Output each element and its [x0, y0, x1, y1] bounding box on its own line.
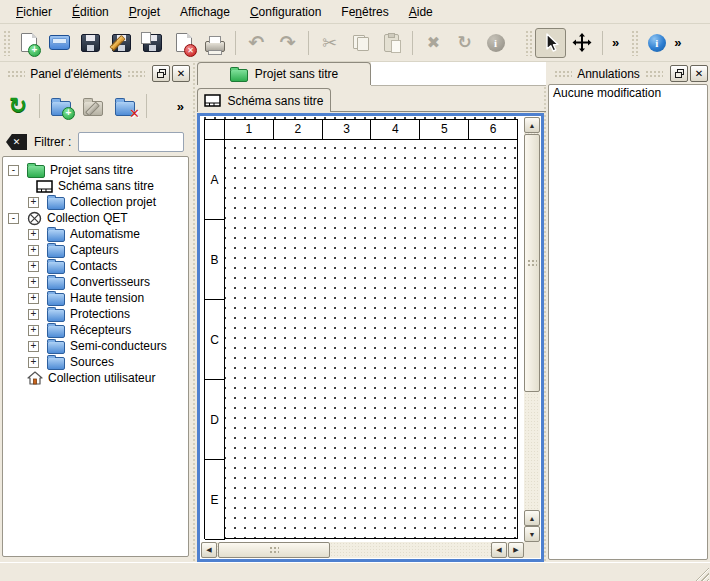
- panel-overflow-button[interactable]: »: [177, 99, 184, 114]
- diagram-title-frame: 1 2 3 4 5 6 A B C D E: [204, 119, 518, 539]
- scroll-up-button[interactable]: ▲: [524, 510, 540, 526]
- scroll-up-button[interactable]: ▲: [524, 117, 540, 133]
- tab-schema-sans-titre[interactable]: Schéma sans titre: [197, 88, 331, 112]
- expand-expander[interactable]: +: [28, 277, 39, 288]
- save-button[interactable]: [75, 28, 106, 58]
- schematic-canvas[interactable]: 1 2 3 4 5 6 A B C D E: [201, 117, 540, 558]
- menu-fenetres[interactable]: Fenêtres: [331, 2, 398, 22]
- tree-item-capteurs[interactable]: + Capteurs: [3, 242, 188, 258]
- new-category-button[interactable]: +: [45, 90, 77, 122]
- menu-configuration[interactable]: Configuration: [240, 2, 331, 22]
- tree-item-collection-qet[interactable]: - Collection QET: [3, 210, 188, 226]
- tab-projet-sans-titre[interactable]: Projet sans titre: [197, 62, 371, 85]
- expand-expander[interactable]: +: [28, 261, 39, 272]
- undo-list-item[interactable]: Aucune modification: [549, 85, 707, 102]
- horizontal-scrollbar-thumb[interactable]: [218, 542, 330, 558]
- expand-expander[interactable]: +: [28, 229, 39, 240]
- tree-item-projet-sans-titre[interactable]: - Projet sans titre: [3, 162, 188, 178]
- print-button[interactable]: [199, 28, 230, 58]
- tree-item-collection-projet[interactable]: + Collection projet: [3, 194, 188, 210]
- undo-panel-titlebar[interactable]: Annulations ✕: [549, 64, 708, 83]
- close-panel-button[interactable]: ✕: [172, 65, 190, 82]
- float-panel-button[interactable]: [152, 65, 170, 82]
- cut-button[interactable]: ✂: [314, 28, 345, 58]
- tree-item-protections[interactable]: + Protections: [3, 306, 188, 322]
- thumb-grip: [527, 259, 537, 267]
- expand-expander[interactable]: +: [28, 197, 39, 208]
- elements-panel-titlebar[interactable]: Panel d'éléments ✕: [2, 64, 190, 83]
- open-button[interactable]: [44, 28, 75, 58]
- close-badge-icon: ✕: [184, 44, 197, 57]
- tree-item-sources[interactable]: + Sources: [3, 354, 188, 370]
- close-panel-button[interactable]: ✕: [690, 65, 708, 82]
- expand-expander[interactable]: +: [28, 309, 39, 320]
- move-tool-button[interactable]: [566, 28, 597, 58]
- expand-expander[interactable]: +: [28, 357, 39, 368]
- folder-icon: [47, 227, 65, 242]
- save-all-button[interactable]: [137, 28, 168, 58]
- toolbar-handle[interactable]: [525, 30, 532, 56]
- menu-projet[interactable]: Projet: [119, 2, 170, 22]
- folder-icon: [47, 275, 65, 290]
- filter-input[interactable]: [78, 132, 184, 152]
- expand-expander[interactable]: +: [28, 245, 39, 256]
- refresh-icon: ↻: [9, 93, 27, 119]
- edit-category-button[interactable]: [77, 90, 109, 122]
- tree-item-collection-utilisateur[interactable]: Collection utilisateur: [3, 370, 188, 386]
- tree-item-recepteurs[interactable]: + Récepteurs: [3, 322, 188, 338]
- collapse-expander[interactable]: -: [8, 213, 19, 224]
- paste-icon: [384, 34, 399, 52]
- expand-expander[interactable]: +: [28, 341, 39, 352]
- column-label: 3: [323, 120, 372, 140]
- paste-button[interactable]: [376, 28, 407, 58]
- float-panel-button[interactable]: [670, 65, 688, 82]
- close-file-button[interactable]: ✕: [168, 28, 199, 58]
- save-icon: [81, 34, 100, 52]
- delete-category-button[interactable]: ✕: [109, 90, 141, 122]
- menu-fichier[interactable]: Fichier: [6, 2, 62, 22]
- delete-icon: ✖: [427, 33, 440, 52]
- scroll-down-button[interactable]: ▼: [524, 526, 540, 542]
- scroll-right-button[interactable]: ▶: [508, 542, 524, 558]
- menu-aide[interactable]: Aide: [399, 2, 443, 22]
- vertical-scrollbar-thumb[interactable]: [524, 134, 540, 392]
- toolbar-separator: [39, 94, 40, 118]
- tree-item-automatisme[interactable]: + Automatisme: [3, 226, 188, 242]
- menu-affichage[interactable]: Affichage: [170, 2, 240, 22]
- element-info-button[interactable]: i: [480, 28, 511, 58]
- tree-item-semi-conducteurs[interactable]: + Semi-conducteurs: [3, 338, 188, 354]
- redo-button[interactable]: ↷: [272, 28, 303, 58]
- delete-button[interactable]: ✖: [418, 28, 449, 58]
- rotate-button[interactable]: ↻: [449, 28, 480, 58]
- undo-button[interactable]: ↶: [241, 28, 272, 58]
- copy-button[interactable]: [345, 28, 376, 58]
- toolbar-handle[interactable]: [631, 30, 638, 56]
- toolbar-overflow-button[interactable]: »: [612, 35, 619, 50]
- tree-item-haute-tension[interactable]: + Haute tension: [3, 290, 188, 306]
- vertical-scrollbar[interactable]: ▲ ▲ ▼: [524, 117, 540, 542]
- menu-edition[interactable]: Édition: [62, 2, 119, 22]
- copy-icon: [353, 35, 369, 51]
- folder-icon: [47, 307, 65, 322]
- horizontal-scrollbar[interactable]: ◀ ◀ ▶: [201, 542, 524, 558]
- clear-filter-icon[interactable]: ✕: [6, 134, 27, 150]
- toolbar-handle[interactable]: [3, 30, 10, 56]
- corner-cell: [205, 120, 225, 140]
- scroll-left-button[interactable]: ◀: [491, 542, 507, 558]
- collapse-expander[interactable]: -: [8, 165, 19, 176]
- tree-item-schema-sans-titre[interactable]: Schéma sans titre: [3, 178, 188, 194]
- expand-expander[interactable]: +: [28, 293, 39, 304]
- expand-expander[interactable]: +: [28, 325, 39, 336]
- scroll-left-button[interactable]: ◀: [201, 542, 217, 558]
- reload-collections-button[interactable]: ↻: [2, 90, 34, 122]
- toolbar-overflow-button[interactable]: »: [674, 35, 681, 50]
- new-project-button[interactable]: +: [13, 28, 44, 58]
- save-as-button[interactable]: [106, 28, 137, 58]
- plus-badge-icon: +: [62, 107, 75, 120]
- folder-icon: [47, 291, 65, 306]
- tree-item-convertisseurs[interactable]: + Convertisseurs: [3, 274, 188, 290]
- about-button[interactable]: i: [641, 28, 672, 58]
- size-grip[interactable]: [695, 567, 709, 581]
- tree-item-contacts[interactable]: + Contacts: [3, 258, 188, 274]
- select-tool-button[interactable]: [535, 28, 566, 58]
